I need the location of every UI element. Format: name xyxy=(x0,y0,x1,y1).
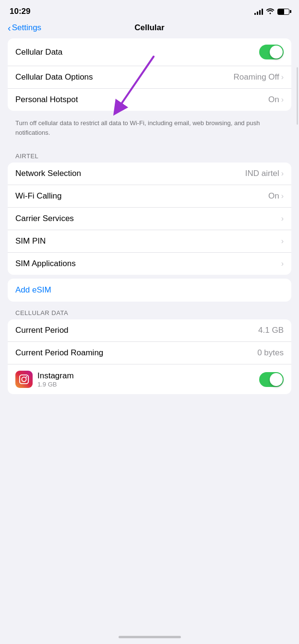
sim-applications-value: › xyxy=(281,259,284,268)
cellular-data-options-value: Roaming Off › xyxy=(234,72,284,82)
chevron-icon: › xyxy=(281,259,284,268)
cellular-data-info: Turn off cellular data to restrict all d… xyxy=(8,115,291,145)
wifi-calling-row[interactable]: Wi-Fi Calling On › xyxy=(8,185,291,208)
network-selection-label: Network Selection xyxy=(15,169,81,178)
instagram-size: 1.9 GB xyxy=(37,381,74,388)
back-button[interactable]: ‹ Settings xyxy=(8,23,41,33)
battery-icon xyxy=(277,9,289,15)
svg-rect-0 xyxy=(20,375,28,384)
airtel-section-label: AIRTEL xyxy=(0,149,299,163)
page-title: Cellular xyxy=(134,23,164,33)
network-selection-value: IND airtel › xyxy=(245,169,284,178)
chevron-icon: › xyxy=(281,95,284,104)
sim-pin-value: › xyxy=(281,237,284,246)
airtel-section: AIRTEL Network Selection IND airtel › Wi… xyxy=(0,149,299,275)
current-period-roaming-value: 0 bytes xyxy=(257,348,284,358)
carrier-services-value: › xyxy=(281,214,284,223)
carrier-services-row[interactable]: Carrier Services › xyxy=(8,208,291,230)
back-chevron-icon: ‹ xyxy=(8,23,11,33)
instagram-row[interactable]: Instagram 1.9 GB xyxy=(8,364,291,394)
sim-pin-row[interactable]: SIM PIN › xyxy=(8,230,291,253)
status-icons xyxy=(254,8,289,16)
network-selection-row[interactable]: Network Selection IND airtel › xyxy=(8,163,291,185)
instagram-name: Instagram xyxy=(37,371,74,381)
personal-hotspot-row[interactable]: Personal Hotspot On › xyxy=(8,89,291,111)
sim-applications-label: SIM Applications xyxy=(15,259,76,269)
wifi-icon xyxy=(266,8,275,16)
cellular-data-toggle[interactable] xyxy=(259,45,284,59)
current-period-roaming-label: Current Period Roaming xyxy=(15,348,103,358)
toggle-knob xyxy=(270,46,283,59)
main-card: Cellular Data Cellular Data Options Roam… xyxy=(8,38,291,111)
toggle-knob xyxy=(270,373,283,386)
status-bar: 10:29 xyxy=(0,0,299,20)
status-time: 10:29 xyxy=(10,7,30,16)
cellular-data-usage-section: CELLULAR DATA Current Period 4.1 GB Curr… xyxy=(0,305,299,394)
svg-point-1 xyxy=(22,377,26,381)
chevron-icon: › xyxy=(281,214,284,223)
current-period-value: 4.1 GB xyxy=(258,326,284,335)
cellular-data-section-label: CELLULAR DATA xyxy=(0,305,299,319)
airtel-card-section: Network Selection IND airtel › Wi-Fi Cal… xyxy=(8,163,291,275)
chevron-icon: › xyxy=(281,192,284,200)
current-period-text: 4.1 GB xyxy=(258,326,284,335)
nav-bar: ‹ Settings Cellular xyxy=(0,20,299,38)
scrollbar[interactable] xyxy=(297,67,298,125)
back-label: Settings xyxy=(12,23,41,33)
current-period-roaming-text: 0 bytes xyxy=(257,348,284,358)
sim-pin-label: SIM PIN xyxy=(15,236,46,246)
carrier-services-label: Carrier Services xyxy=(15,214,74,223)
current-period-roaming-row[interactable]: Current Period Roaming 0 bytes xyxy=(8,342,291,364)
esim-section: Add eSIM xyxy=(8,279,291,302)
main-section: Cellular Data Cellular Data Options Roam… xyxy=(8,38,291,111)
esim-label[interactable]: Add eSIM xyxy=(15,285,51,294)
instagram-toggle[interactable] xyxy=(259,372,284,387)
chevron-icon: › xyxy=(281,169,284,178)
sim-applications-row[interactable]: SIM Applications › xyxy=(8,253,291,275)
chevron-icon: › xyxy=(281,73,284,82)
cellular-data-card-section: Current Period 4.1 GB Current Period Roa… xyxy=(8,319,291,394)
esim-card[interactable]: Add eSIM xyxy=(8,279,291,302)
cellular-data-options-row[interactable]: Cellular Data Options Roaming Off › xyxy=(8,66,291,89)
svg-point-2 xyxy=(26,376,27,378)
personal-hotspot-value: On › xyxy=(268,95,284,105)
instagram-left: Instagram 1.9 GB xyxy=(15,371,74,388)
wifi-calling-text: On xyxy=(268,191,279,201)
current-period-row[interactable]: Current Period 4.1 GB xyxy=(8,319,291,342)
instagram-info: Instagram 1.9 GB xyxy=(37,371,74,388)
personal-hotspot-text: On xyxy=(268,95,279,105)
airtel-card: Network Selection IND airtel › Wi-Fi Cal… xyxy=(8,163,291,275)
home-indicator xyxy=(119,636,181,638)
network-selection-text: IND airtel xyxy=(245,169,279,178)
cellular-data-options-text: Roaming Off xyxy=(234,72,279,82)
instagram-icon xyxy=(15,371,33,388)
wifi-calling-value: On › xyxy=(268,191,284,201)
signal-icon xyxy=(254,8,263,15)
cellular-data-card: Current Period 4.1 GB Current Period Roa… xyxy=(8,319,291,394)
current-period-label: Current Period xyxy=(15,326,69,335)
cellular-data-row[interactable]: Cellular Data xyxy=(8,38,291,66)
personal-hotspot-label: Personal Hotspot xyxy=(15,95,78,105)
wifi-calling-label: Wi-Fi Calling xyxy=(15,191,61,201)
chevron-icon: › xyxy=(281,237,284,246)
cellular-data-options-label: Cellular Data Options xyxy=(15,72,93,82)
cellular-data-label: Cellular Data xyxy=(15,47,62,57)
